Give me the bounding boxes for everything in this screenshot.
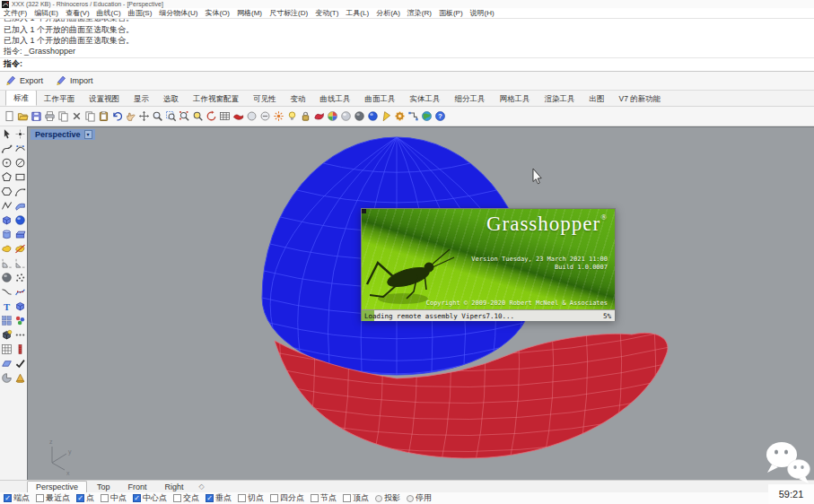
zoom-extents-icon[interactable] [191,109,205,124]
circle-minus-icon[interactable] [258,109,272,124]
sphere-blue-sm-icon[interactable] [13,213,27,227]
new-file-icon[interactable] [3,109,16,124]
zoom-window-icon[interactable] [164,109,178,124]
wechat-icon[interactable] [758,436,814,488]
hexagon-icon[interactable] [0,184,13,198]
rectangle-icon[interactable] [13,169,27,184]
radio-icon[interactable] [407,495,414,502]
menu-item[interactable]: 曲面(S) [125,8,156,19]
menu-item[interactable]: 变动(T) [311,8,342,19]
surface-corner-icon[interactable] [13,198,27,213]
export-button[interactable]: Export [5,74,43,88]
command-prompt-input[interactable]: 指令: [0,57,814,70]
toolbar-tab[interactable]: 显示 [127,91,156,106]
zoom-selected-icon[interactable] [178,109,191,124]
cone-gold-icon[interactable] [13,370,27,385]
checkbox-icon[interactable]: ✓ [133,494,141,502]
surface-rev-icon[interactable] [0,227,13,241]
toolbar-tab[interactable]: 实体工具 [403,91,448,106]
save-icon[interactable] [30,109,43,124]
osnap-toggle[interactable]: ✓点 [76,492,94,504]
render-red-icon[interactable] [312,109,326,124]
menu-item[interactable]: 编辑(E) [31,8,62,19]
toolbar-tab[interactable]: 设置视图 [82,91,127,106]
move-icon[interactable] [137,109,151,124]
gear-icon[interactable] [393,109,407,124]
lock-icon[interactable] [299,109,312,124]
viewport-layout-icon[interactable]: ◇ [194,482,205,491]
close-x-icon[interactable] [70,109,83,124]
toolbar-tab[interactable]: 曲线工具 [313,91,358,106]
toolbar-tab[interactable]: 细分工具 [448,91,493,106]
fillet-gray-icon[interactable] [0,256,13,270]
toolbar-tab[interactable]: 曲面工具 [358,91,403,106]
checkbox-icon[interactable] [173,494,181,502]
circle-gray-icon[interactable] [245,109,258,124]
osnap-toggle[interactable]: 节点 [311,492,337,504]
text-T-icon[interactable]: T [0,299,13,313]
points-cluster-icon[interactable] [13,270,27,284]
sphere-light-icon[interactable] [339,109,353,124]
extrude-blue-icon[interactable] [13,227,27,241]
curve-nodes-icon[interactable] [0,141,13,155]
circle-center-icon[interactable] [0,155,13,169]
open-folder-icon[interactable] [16,109,30,124]
sphere-dark-icon[interactable] [353,109,366,124]
checkbox-icon[interactable]: ✓ [4,494,12,502]
pan-hand-icon[interactable] [124,109,137,124]
sphere-cut-icon[interactable] [0,370,13,385]
toolbar-tab[interactable]: 工作平面 [37,91,82,106]
cube-blue-icon[interactable] [0,213,13,227]
paint-drops-icon[interactable] [13,313,27,327]
cube-corner-icon[interactable] [13,299,27,313]
undo-icon[interactable] [110,109,124,124]
cube-render-icon[interactable] [0,327,13,342]
menu-item[interactable]: 曲线(C) [93,8,125,19]
checkbox-icon[interactable] [343,494,351,502]
osnap-toggle[interactable]: 四分点 [270,492,304,504]
zoom-icon[interactable] [151,109,164,124]
chamfer-gray-icon[interactable] [13,256,27,270]
toolbar-tab[interactable]: 标准 [5,91,37,106]
menu-item[interactable]: 实体(O) [201,8,233,19]
menu-item[interactable]: 分析(A) [372,8,404,19]
curve-handles-icon[interactable] [13,141,27,155]
orange-burst-icon[interactable] [272,109,285,124]
paste-icon[interactable] [97,109,110,124]
checkbox-icon[interactable]: ✓ [206,494,214,502]
color-wheel-icon[interactable] [326,109,339,124]
grid-cells-icon[interactable] [0,342,13,356]
osnap-toggle[interactable]: 切点 [238,492,264,504]
trim-yellow-icon[interactable] [13,241,27,256]
checkbox-icon[interactable] [238,494,246,502]
plane-blue-icon[interactable] [0,356,13,370]
boolean-yellow-icon[interactable] [0,241,13,256]
osnap-toggle[interactable]: 中点 [101,492,127,504]
light-bulb-icon[interactable] [285,109,299,124]
check-mark-icon[interactable] [13,356,27,370]
curve-refit-icon[interactable] [13,284,27,299]
menu-item[interactable]: 查看(V) [62,8,93,19]
toolbar-tab[interactable]: 网格工具 [493,91,538,106]
osnap-toggle[interactable]: 投影 [375,492,400,504]
duplicate-icon[interactable] [57,109,70,124]
menu-item[interactable]: 尺寸标注(D) [266,8,311,19]
circle-diameter-icon[interactable] [13,155,27,169]
flag-yellow-icon[interactable] [380,109,393,124]
osnap-toggle[interactable]: ✓中心点 [133,492,167,504]
sphere-dark-sm-icon[interactable] [0,270,13,284]
osnap-toggle[interactable]: 停用 [407,492,432,504]
checkbox-icon[interactable] [311,494,319,502]
rotate-view-icon[interactable] [205,109,218,124]
link-nodes-icon[interactable] [407,109,420,124]
checkbox-icon[interactable] [101,494,109,502]
viewport-tab-perspective[interactable]: Perspective [27,481,87,492]
column-red-icon[interactable] [13,342,27,356]
osnap-toggle[interactable]: 顶点 [343,492,369,504]
shaded-red-icon[interactable] [232,109,245,124]
toolbar-tab[interactable]: 出图 [582,91,612,106]
grid-table-icon[interactable] [218,109,232,124]
dots-more-icon[interactable] [13,327,27,342]
menu-item[interactable]: 文件(F) [0,8,31,19]
toolbar-tab[interactable]: V7 的新功能 [612,91,669,106]
